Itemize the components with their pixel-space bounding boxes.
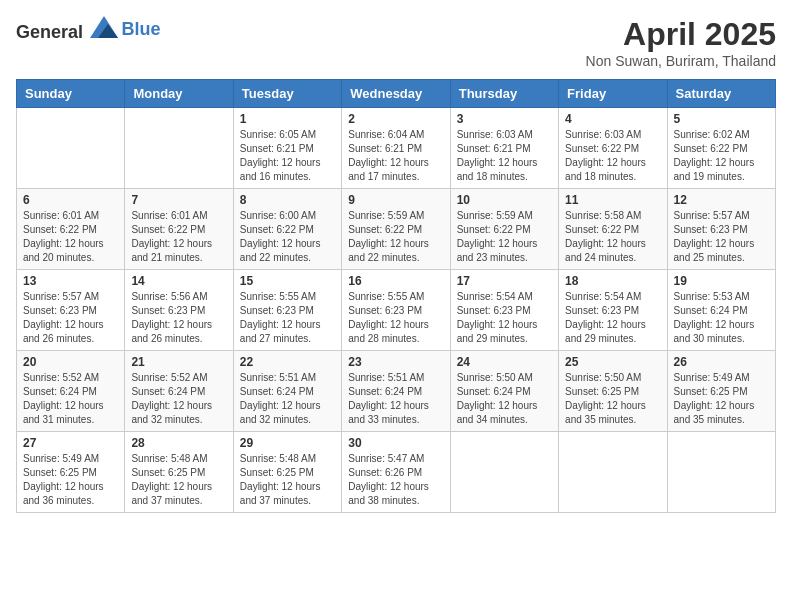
day-info: Sunrise: 5:48 AM Sunset: 6:25 PM Dayligh… xyxy=(131,452,226,508)
calendar-cell: 10Sunrise: 5:59 AM Sunset: 6:22 PM Dayli… xyxy=(450,189,558,270)
day-number: 19 xyxy=(674,274,769,288)
day-info: Sunrise: 6:01 AM Sunset: 6:22 PM Dayligh… xyxy=(23,209,118,265)
day-number: 27 xyxy=(23,436,118,450)
calendar-cell: 17Sunrise: 5:54 AM Sunset: 6:23 PM Dayli… xyxy=(450,270,558,351)
calendar-week-row: 13Sunrise: 5:57 AM Sunset: 6:23 PM Dayli… xyxy=(17,270,776,351)
calendar-cell: 8Sunrise: 6:00 AM Sunset: 6:22 PM Daylig… xyxy=(233,189,341,270)
day-number: 10 xyxy=(457,193,552,207)
calendar-cell: 20Sunrise: 5:52 AM Sunset: 6:24 PM Dayli… xyxy=(17,351,125,432)
title-area: April 2025 Non Suwan, Buriram, Thailand xyxy=(586,16,776,69)
day-number: 24 xyxy=(457,355,552,369)
day-info: Sunrise: 5:54 AM Sunset: 6:23 PM Dayligh… xyxy=(565,290,660,346)
day-number: 1 xyxy=(240,112,335,126)
day-number: 9 xyxy=(348,193,443,207)
day-info: Sunrise: 6:04 AM Sunset: 6:21 PM Dayligh… xyxy=(348,128,443,184)
day-info: Sunrise: 6:03 AM Sunset: 6:22 PM Dayligh… xyxy=(565,128,660,184)
day-number: 23 xyxy=(348,355,443,369)
day-info: Sunrise: 5:50 AM Sunset: 6:25 PM Dayligh… xyxy=(565,371,660,427)
logo-icon xyxy=(90,16,118,38)
day-info: Sunrise: 5:59 AM Sunset: 6:22 PM Dayligh… xyxy=(348,209,443,265)
day-number: 16 xyxy=(348,274,443,288)
weekday-header-monday: Monday xyxy=(125,80,233,108)
calendar-title: April 2025 xyxy=(586,16,776,53)
day-number: 12 xyxy=(674,193,769,207)
calendar-cell: 30Sunrise: 5:47 AM Sunset: 6:26 PM Dayli… xyxy=(342,432,450,513)
calendar-cell: 26Sunrise: 5:49 AM Sunset: 6:25 PM Dayli… xyxy=(667,351,775,432)
calendar-cell: 5Sunrise: 6:02 AM Sunset: 6:22 PM Daylig… xyxy=(667,108,775,189)
logo-blue: Blue xyxy=(122,19,161,39)
weekday-header-thursday: Thursday xyxy=(450,80,558,108)
day-number: 18 xyxy=(565,274,660,288)
calendar-week-row: 1Sunrise: 6:05 AM Sunset: 6:21 PM Daylig… xyxy=(17,108,776,189)
calendar-cell xyxy=(125,108,233,189)
calendar-cell: 4Sunrise: 6:03 AM Sunset: 6:22 PM Daylig… xyxy=(559,108,667,189)
calendar-cell: 16Sunrise: 5:55 AM Sunset: 6:23 PM Dayli… xyxy=(342,270,450,351)
weekday-header-sunday: Sunday xyxy=(17,80,125,108)
day-number: 3 xyxy=(457,112,552,126)
calendar-cell xyxy=(450,432,558,513)
calendar-week-row: 20Sunrise: 5:52 AM Sunset: 6:24 PM Dayli… xyxy=(17,351,776,432)
day-number: 4 xyxy=(565,112,660,126)
day-info: Sunrise: 5:56 AM Sunset: 6:23 PM Dayligh… xyxy=(131,290,226,346)
day-info: Sunrise: 6:03 AM Sunset: 6:21 PM Dayligh… xyxy=(457,128,552,184)
day-info: Sunrise: 5:58 AM Sunset: 6:22 PM Dayligh… xyxy=(565,209,660,265)
day-number: 25 xyxy=(565,355,660,369)
weekday-header-wednesday: Wednesday xyxy=(342,80,450,108)
day-number: 26 xyxy=(674,355,769,369)
calendar-cell: 3Sunrise: 6:03 AM Sunset: 6:21 PM Daylig… xyxy=(450,108,558,189)
day-number: 14 xyxy=(131,274,226,288)
logo-general: General xyxy=(16,22,83,42)
day-info: Sunrise: 5:52 AM Sunset: 6:24 PM Dayligh… xyxy=(131,371,226,427)
calendar-week-row: 27Sunrise: 5:49 AM Sunset: 6:25 PM Dayli… xyxy=(17,432,776,513)
day-number: 17 xyxy=(457,274,552,288)
calendar-cell: 23Sunrise: 5:51 AM Sunset: 6:24 PM Dayli… xyxy=(342,351,450,432)
day-info: Sunrise: 6:05 AM Sunset: 6:21 PM Dayligh… xyxy=(240,128,335,184)
calendar-cell: 6Sunrise: 6:01 AM Sunset: 6:22 PM Daylig… xyxy=(17,189,125,270)
calendar-cell: 19Sunrise: 5:53 AM Sunset: 6:24 PM Dayli… xyxy=(667,270,775,351)
calendar-cell xyxy=(17,108,125,189)
calendar-week-row: 6Sunrise: 6:01 AM Sunset: 6:22 PM Daylig… xyxy=(17,189,776,270)
calendar-cell: 15Sunrise: 5:55 AM Sunset: 6:23 PM Dayli… xyxy=(233,270,341,351)
calendar-cell: 13Sunrise: 5:57 AM Sunset: 6:23 PM Dayli… xyxy=(17,270,125,351)
day-number: 22 xyxy=(240,355,335,369)
day-info: Sunrise: 5:55 AM Sunset: 6:23 PM Dayligh… xyxy=(240,290,335,346)
calendar-cell: 7Sunrise: 6:01 AM Sunset: 6:22 PM Daylig… xyxy=(125,189,233,270)
calendar-cell: 27Sunrise: 5:49 AM Sunset: 6:25 PM Dayli… xyxy=(17,432,125,513)
day-number: 20 xyxy=(23,355,118,369)
day-info: Sunrise: 5:48 AM Sunset: 6:25 PM Dayligh… xyxy=(240,452,335,508)
day-info: Sunrise: 6:00 AM Sunset: 6:22 PM Dayligh… xyxy=(240,209,335,265)
logo: General Blue xyxy=(16,16,161,43)
day-number: 7 xyxy=(131,193,226,207)
day-info: Sunrise: 5:51 AM Sunset: 6:24 PM Dayligh… xyxy=(348,371,443,427)
day-info: Sunrise: 5:57 AM Sunset: 6:23 PM Dayligh… xyxy=(674,209,769,265)
day-number: 2 xyxy=(348,112,443,126)
weekday-header-tuesday: Tuesday xyxy=(233,80,341,108)
day-number: 11 xyxy=(565,193,660,207)
calendar-cell: 28Sunrise: 5:48 AM Sunset: 6:25 PM Dayli… xyxy=(125,432,233,513)
calendar-table: SundayMondayTuesdayWednesdayThursdayFrid… xyxy=(16,79,776,513)
calendar-cell: 11Sunrise: 5:58 AM Sunset: 6:22 PM Dayli… xyxy=(559,189,667,270)
day-number: 30 xyxy=(348,436,443,450)
calendar-cell: 14Sunrise: 5:56 AM Sunset: 6:23 PM Dayli… xyxy=(125,270,233,351)
calendar-cell: 1Sunrise: 6:05 AM Sunset: 6:21 PM Daylig… xyxy=(233,108,341,189)
day-info: Sunrise: 5:57 AM Sunset: 6:23 PM Dayligh… xyxy=(23,290,118,346)
calendar-cell: 12Sunrise: 5:57 AM Sunset: 6:23 PM Dayli… xyxy=(667,189,775,270)
day-info: Sunrise: 5:49 AM Sunset: 6:25 PM Dayligh… xyxy=(23,452,118,508)
day-info: Sunrise: 6:02 AM Sunset: 6:22 PM Dayligh… xyxy=(674,128,769,184)
calendar-cell xyxy=(559,432,667,513)
day-info: Sunrise: 5:53 AM Sunset: 6:24 PM Dayligh… xyxy=(674,290,769,346)
day-info: Sunrise: 5:54 AM Sunset: 6:23 PM Dayligh… xyxy=(457,290,552,346)
day-number: 15 xyxy=(240,274,335,288)
day-info: Sunrise: 5:50 AM Sunset: 6:24 PM Dayligh… xyxy=(457,371,552,427)
weekday-header-saturday: Saturday xyxy=(667,80,775,108)
calendar-cell xyxy=(667,432,775,513)
calendar-cell: 29Sunrise: 5:48 AM Sunset: 6:25 PM Dayli… xyxy=(233,432,341,513)
weekday-header-row: SundayMondayTuesdayWednesdayThursdayFrid… xyxy=(17,80,776,108)
day-number: 21 xyxy=(131,355,226,369)
calendar-cell: 22Sunrise: 5:51 AM Sunset: 6:24 PM Dayli… xyxy=(233,351,341,432)
day-info: Sunrise: 5:47 AM Sunset: 6:26 PM Dayligh… xyxy=(348,452,443,508)
calendar-cell: 2Sunrise: 6:04 AM Sunset: 6:21 PM Daylig… xyxy=(342,108,450,189)
day-number: 13 xyxy=(23,274,118,288)
day-info: Sunrise: 6:01 AM Sunset: 6:22 PM Dayligh… xyxy=(131,209,226,265)
calendar-subtitle: Non Suwan, Buriram, Thailand xyxy=(586,53,776,69)
